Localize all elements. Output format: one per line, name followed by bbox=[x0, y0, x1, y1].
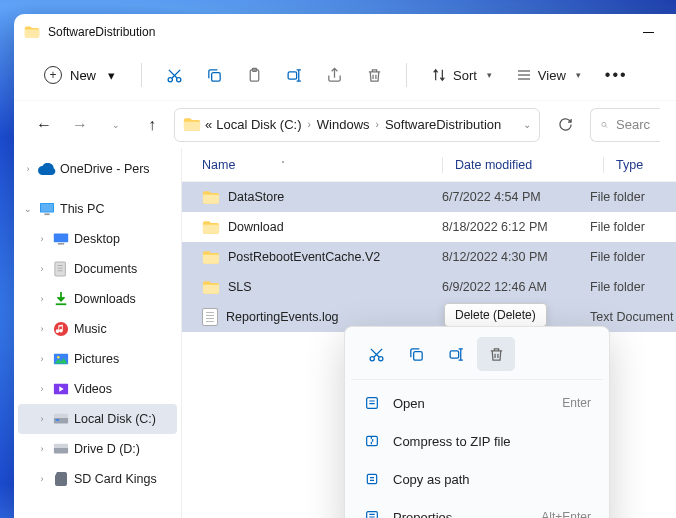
sidebar: ›OneDrive - Pers ⌄This PC ›Desktop ›Docu… bbox=[14, 148, 182, 518]
chevron-right-icon: › bbox=[36, 264, 48, 274]
recent-button[interactable]: ⌄ bbox=[102, 111, 130, 139]
column-headers: Name˄ Date modified Type bbox=[182, 148, 676, 182]
zip-icon bbox=[363, 433, 381, 449]
ctx-copypath[interactable]: Copy as path bbox=[351, 460, 603, 498]
ctx-copy-button[interactable] bbox=[397, 337, 435, 371]
chevron-right-icon: › bbox=[36, 474, 48, 484]
crumb-disk[interactable]: Local Disk (C:) bbox=[216, 117, 301, 132]
chevron-right-icon: › bbox=[36, 414, 48, 424]
sort-icon bbox=[431, 67, 447, 83]
more-button[interactable]: ••• bbox=[595, 66, 638, 84]
crumb-windows[interactable]: Windows bbox=[317, 117, 370, 132]
svg-point-0 bbox=[168, 77, 172, 81]
chevron-right-icon: › bbox=[36, 294, 48, 304]
sidebar-item-sdcard[interactable]: ›SD Card Kings bbox=[18, 464, 177, 494]
view-icon bbox=[516, 67, 532, 83]
sidebar-item-videos[interactable]: ›Videos bbox=[18, 374, 177, 404]
documents-icon bbox=[52, 261, 70, 277]
chevron-down-icon: ⌄ bbox=[22, 204, 34, 214]
ctx-delete-button[interactable] bbox=[477, 337, 515, 371]
new-label: New bbox=[70, 68, 96, 83]
chevron-down-icon: ▾ bbox=[108, 68, 115, 83]
file-row[interactable]: SLS 6/9/2022 12:46 AMFile folder bbox=[182, 272, 676, 302]
sort-button[interactable]: Sort ▾ bbox=[421, 57, 502, 93]
cut-button[interactable] bbox=[156, 57, 192, 93]
sidebar-item-onedrive[interactable]: ›OneDrive - Pers bbox=[18, 154, 177, 184]
music-icon bbox=[52, 321, 70, 337]
svg-rect-25 bbox=[413, 351, 422, 360]
copypath-icon bbox=[363, 471, 381, 487]
svg-point-16 bbox=[57, 356, 60, 359]
copy-button[interactable] bbox=[196, 57, 232, 93]
delete-button[interactable] bbox=[356, 57, 392, 93]
svg-rect-21 bbox=[54, 447, 68, 453]
sidebar-item-localdisk[interactable]: ›Local Disk (C:) bbox=[18, 404, 177, 434]
up-button[interactable]: ↑ bbox=[138, 111, 166, 139]
forward-button[interactable]: → bbox=[66, 111, 94, 139]
refresh-button[interactable] bbox=[548, 108, 582, 142]
sidebar-item-pictures[interactable]: ›Pictures bbox=[18, 344, 177, 374]
ctx-properties[interactable]: PropertiesAlt+Enter bbox=[351, 498, 603, 518]
crumb-current[interactable]: SoftwareDistribution bbox=[385, 117, 501, 132]
search-icon bbox=[601, 118, 608, 132]
minimize-button[interactable] bbox=[630, 14, 666, 50]
sort-asc-icon: ˄ bbox=[281, 160, 285, 169]
search-box[interactable]: Searc bbox=[590, 108, 660, 142]
chevron-down-icon: ▾ bbox=[576, 70, 581, 80]
svg-rect-11 bbox=[58, 243, 64, 245]
toolbar: + New ▾ Sort ▾ View ▾ ••• bbox=[14, 50, 676, 100]
desktop-icon bbox=[52, 231, 70, 247]
downloads-icon bbox=[52, 291, 70, 307]
sidebar-item-downloads[interactable]: ›Downloads bbox=[18, 284, 177, 314]
chevron-right-icon: › bbox=[36, 444, 48, 454]
folder-icon bbox=[183, 117, 201, 132]
folder-icon bbox=[202, 190, 220, 205]
sidebar-item-music[interactable]: ›Music bbox=[18, 314, 177, 344]
file-row[interactable]: Download 8/18/2022 6:12 PMFile folder bbox=[182, 212, 676, 242]
ctx-cut-button[interactable] bbox=[357, 337, 395, 371]
address-bar[interactable]: « Local Disk (C:) › Windows › SoftwareDi… bbox=[174, 108, 540, 142]
share-button[interactable] bbox=[316, 57, 352, 93]
window-title: SoftwareDistribution bbox=[48, 25, 155, 39]
chevron-right-icon: › bbox=[22, 164, 34, 174]
chevron-right-icon: › bbox=[36, 354, 48, 364]
chevron-down-icon[interactable]: ⌄ bbox=[523, 119, 531, 130]
chevron-right-icon: › bbox=[36, 384, 48, 394]
ctx-rename-button[interactable] bbox=[437, 337, 475, 371]
header-type[interactable]: Type bbox=[616, 158, 676, 172]
header-name[interactable]: Name˄ bbox=[202, 158, 442, 172]
open-icon bbox=[363, 395, 381, 411]
textfile-icon bbox=[202, 308, 218, 326]
svg-rect-22 bbox=[54, 444, 68, 448]
header-date[interactable]: Date modified bbox=[455, 158, 603, 172]
delete-tooltip: Delete (Delete) bbox=[444, 303, 547, 327]
svg-rect-9 bbox=[44, 213, 49, 215]
chevron-down-icon: ▾ bbox=[487, 70, 492, 80]
sidebar-item-thispc[interactable]: ⌄This PC bbox=[18, 194, 177, 224]
back-button[interactable]: ← bbox=[30, 111, 58, 139]
sidebar-item-desktop[interactable]: ›Desktop bbox=[18, 224, 177, 254]
pictures-icon bbox=[52, 351, 70, 367]
svg-rect-19 bbox=[54, 414, 68, 418]
sidebar-item-documents[interactable]: ›Documents bbox=[18, 254, 177, 284]
chevron-right-icon: › bbox=[36, 234, 48, 244]
chevron-right-icon: › bbox=[376, 119, 379, 130]
svg-rect-2 bbox=[211, 72, 220, 81]
paste-button[interactable] bbox=[236, 57, 272, 93]
svg-rect-26 bbox=[450, 350, 459, 357]
svg-rect-10 bbox=[54, 233, 68, 242]
file-row[interactable]: PostRebootEventCache.V2 8/12/2022 4:30 P… bbox=[182, 242, 676, 272]
svg-point-6 bbox=[602, 122, 606, 126]
svg-point-24 bbox=[378, 356, 382, 360]
plus-icon: + bbox=[44, 66, 62, 84]
folder-icon bbox=[202, 280, 220, 295]
view-button[interactable]: View ▾ bbox=[506, 57, 591, 93]
rename-button[interactable] bbox=[276, 57, 312, 93]
new-button[interactable]: + New ▾ bbox=[32, 57, 127, 93]
folder-icon bbox=[202, 250, 220, 265]
ctx-open[interactable]: OpenEnter bbox=[351, 384, 603, 422]
ctx-zip[interactable]: Compress to ZIP file bbox=[351, 422, 603, 460]
file-row[interactable]: DataStore 6/7/2022 4:54 PMFile folder bbox=[182, 182, 676, 212]
chevron-right-icon: › bbox=[36, 324, 48, 334]
sidebar-item-drived[interactable]: ›Drive D (D:) bbox=[18, 434, 177, 464]
